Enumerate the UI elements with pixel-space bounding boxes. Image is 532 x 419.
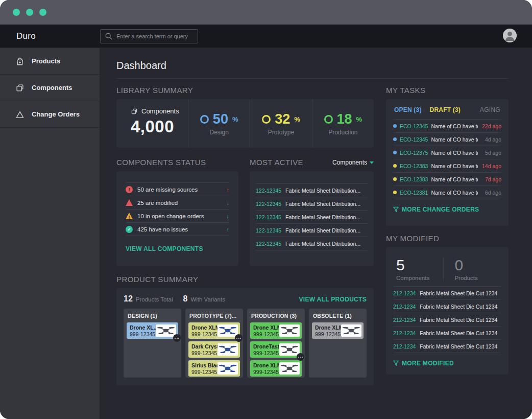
component-status-row: ✓ 425 have no issues ↑: [126, 223, 229, 236]
stat-unit: %: [356, 115, 362, 123]
search-box[interactable]: [100, 29, 198, 43]
change-order-id-link[interactable]: ECO-12383: [400, 176, 428, 182]
task-row[interactable]: ECO-12375 Name of CO have to... 5d ago: [393, 146, 501, 159]
modified-components-count: 5: [396, 257, 443, 274]
trend-arrow-icon: ↑: [227, 187, 230, 193]
change-order-name: Name of CO have to...: [431, 163, 478, 169]
my-modified-card: 5 Components 0 Products 212-1234 Fabric …: [386, 247, 509, 375]
modified-row[interactable]: 212-1234 Fabric Metal Sheet Die Cut 1234: [393, 313, 501, 327]
product-card[interactable]: Drone XLM5 999-12345: [250, 322, 302, 339]
window-dot-1[interactable]: [13, 9, 20, 16]
product-summary-card: 12 Products Total 8 With Variants VIEW A…: [116, 288, 374, 385]
status-text: 425 have no issues: [137, 226, 222, 232]
component-id-link[interactable]: 212-1234: [393, 290, 420, 296]
window-dot-3[interactable]: [39, 9, 46, 16]
change-order-name: Name of CO have to...: [431, 190, 478, 196]
product-card[interactable]: Dark Cryst... 999-12345: [188, 341, 240, 358]
library-summary-card: Components 4,000 50 % Design 32 % Protot…: [116, 99, 374, 148]
component-name: Fabric Metal Sheet Ditribution...: [285, 214, 368, 220]
components-status-rows: ! 50 are missing sources ↑ 25 are modifi…: [126, 182, 229, 236]
view-all-components-link[interactable]: VIEW ALL COMPONENTS: [126, 245, 203, 252]
component-id-link[interactable]: 122-12345: [256, 241, 285, 247]
status-icon: [126, 199, 133, 206]
product-number: 999-12345: [191, 369, 217, 375]
stat-unit: %: [232, 115, 238, 123]
trend-arrow-icon: ↑: [227, 226, 230, 232]
most-active-row[interactable]: 122-12345 Fabric Metal Sheet Ditribution…: [256, 197, 368, 211]
modified-row[interactable]: 212-1234 Fabric Metal Sheet Die Cut 1234: [393, 327, 501, 340]
task-row[interactable]: ECO-12345 Name of CO have to... 4d ago: [393, 133, 501, 146]
change-order-name: Name of CO have to...: [431, 123, 478, 129]
component-id-link[interactable]: 212-1234: [393, 304, 420, 310]
more-options-icon[interactable]: [235, 334, 243, 342]
more-options-icon[interactable]: [173, 334, 181, 342]
kanban-column: OBSOLETE (1) Drone XLM5 999-12345: [309, 309, 367, 378]
tasks-tab[interactable]: OPEN (3): [394, 106, 422, 113]
component-id-link[interactable]: 212-1234: [393, 317, 420, 323]
component-id-link[interactable]: 122-12345: [256, 188, 285, 194]
task-row[interactable]: ECO-12381 Name of CO have to... 6d ago: [393, 186, 501, 199]
task-row[interactable]: ECO-12383 Name of CO have to... 7d ago: [393, 173, 501, 186]
more-modified-text: MORE MODIFIED: [402, 360, 454, 367]
sidebar-item-components[interactable]: Components: [0, 75, 100, 101]
most-active-row[interactable]: 122-12345 Fabric Metal Sheet Ditribution…: [256, 211, 368, 224]
search-icon: [105, 32, 113, 40]
change-order-id-link[interactable]: ECO-12375: [400, 150, 428, 156]
task-row[interactable]: ECO-12345 Name of CO have to... 22d ago: [393, 120, 501, 133]
modified-row[interactable]: 212-1234 Fabric Metal Sheet Die Cut 1234: [393, 340, 501, 353]
change-order-id-link[interactable]: ECO-12381: [400, 190, 428, 196]
product-card[interactable]: Drone XLM5 999-12345: [312, 322, 364, 339]
sidebar-item-products[interactable]: Products: [0, 48, 100, 75]
product-card[interactable]: Drone XLM5 999-12345: [188, 322, 240, 339]
app-logo: Duro: [16, 31, 36, 41]
library-stats: 50 % Design 32 % Prototype 18 % Producti…: [188, 99, 374, 148]
change-order-id-link[interactable]: ECO-12345: [400, 136, 428, 143]
view-all-products-link[interactable]: VIEW ALL PRODUCTS: [299, 296, 367, 303]
kanban-column: DESIGN (1) Drone XL... 999-12345: [124, 309, 181, 378]
modified-row[interactable]: 212-1234 Fabric Metal Sheet Die Cut 1234: [393, 300, 501, 313]
change-order-id-link[interactable]: ECO-12383: [400, 163, 428, 169]
more-modified-link[interactable]: MORE MODIFIED: [393, 360, 454, 367]
status-ring-icon: [200, 115, 209, 124]
user-avatar[interactable]: [503, 29, 517, 42]
more-change-orders-link[interactable]: MORE CHANGE ORDERS: [393, 206, 479, 213]
component-name: Fabric Metal Sheet Die Cut 1234: [420, 317, 501, 323]
most-active-filter-dropdown[interactable]: Components: [332, 159, 374, 166]
most-active-row[interactable]: 122-12345 Fabric Metal Sheet Ditribution…: [256, 184, 368, 197]
status-ring-icon: [324, 115, 333, 124]
my-tasks-card: OPEN (3) DRAFT (3) AGING ECO-12345 Name …: [386, 99, 509, 226]
stat-value: 18: [337, 111, 352, 127]
kanban-cards: Drone XLM5 999-12345 Dark Cryst... 999-1…: [188, 322, 240, 377]
tasks-tab[interactable]: DRAFT (3): [430, 106, 461, 113]
drone-icon: [280, 325, 299, 336]
page-title: Dashboard: [116, 60, 509, 72]
product-card[interactable]: Drone XLM5 999-12345: [250, 360, 302, 377]
most-active-row[interactable]: 122-12345 Fabric Metal Sheet Ditribution…: [256, 237, 368, 250]
product-card[interactable]: DroneTasti... 999-12345: [250, 341, 302, 358]
trend-arrow-icon: ↓: [227, 213, 230, 219]
task-row[interactable]: ECO-12383 Name of CO have to... 14d ago: [393, 159, 501, 173]
product-thumbnail: [217, 362, 238, 375]
component-id-link[interactable]: 212-1234: [393, 330, 420, 336]
product-card[interactable]: Drone XL... 999-12345: [127, 322, 178, 339]
component-id-link[interactable]: 122-12345: [256, 201, 285, 207]
modified-row[interactable]: 212-1234 Fabric Metal Sheet Die Cut 1234: [393, 287, 501, 300]
most-active-filter-value: Components: [332, 159, 367, 166]
sidebar-item-change-orders[interactable]: Change Orders: [0, 101, 100, 128]
change-order-id-link[interactable]: ECO-12345: [400, 123, 428, 129]
change-order-name: Name of CO have to...: [431, 176, 478, 182]
most-active-row[interactable]: 122-12345 Fabric Metal Sheet Ditribution…: [256, 224, 368, 237]
product-card[interactable]: Sirius Black... 999-12345: [188, 360, 240, 377]
window-dot-2[interactable]: [26, 9, 33, 16]
component-id-link[interactable]: 122-12345: [256, 214, 285, 220]
drone-icon: [157, 325, 175, 336]
component-id-link[interactable]: 212-1234: [393, 343, 420, 350]
search-input[interactable]: [116, 33, 194, 39]
my-modified-label: MY MODIFIED: [386, 234, 509, 243]
more-options-icon[interactable]: [297, 353, 304, 361]
task-age: 5d ago: [481, 150, 501, 156]
most-active-rows: 122-12345 Fabric Metal Sheet Ditribution…: [256, 183, 368, 250]
component-id-link[interactable]: 122-12345: [256, 227, 285, 234]
product-number: 999-12345: [253, 369, 279, 375]
product-name: Drone XLM5: [253, 324, 279, 331]
